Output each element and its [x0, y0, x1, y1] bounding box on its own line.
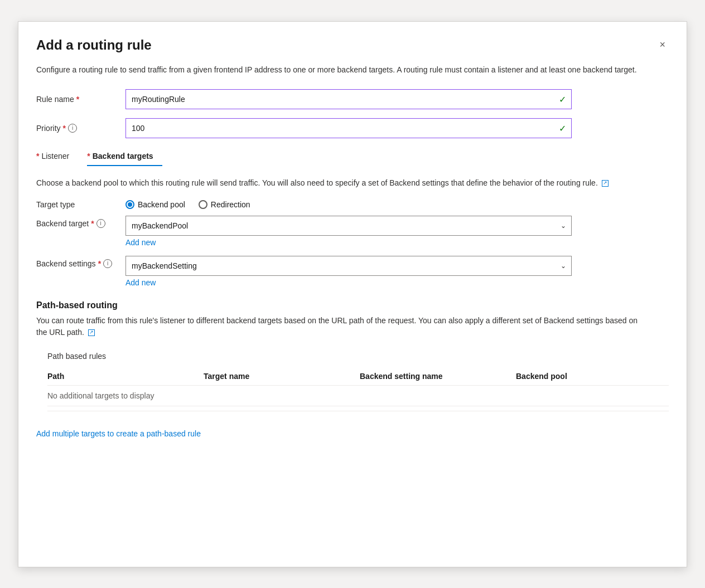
add-new-backend-settings-link[interactable]: Add new [125, 278, 572, 287]
add-routing-rule-dialog: Add a routing rule × Configure a routing… [18, 21, 687, 567]
backend-target-label: Backend target * i [36, 216, 125, 228]
priority-info-icon[interactable]: i [68, 124, 77, 133]
path-based-routing-description: You can route traffic from this rule's l… [36, 315, 650, 338]
backend-target-info-icon[interactable]: i [96, 219, 105, 228]
backend-target-select-wrapper: myBackendPool ⌄ [125, 216, 572, 236]
backend-settings-label: Backend settings * i [36, 256, 125, 268]
tab-backend-targets[interactable]: * Backend targets [87, 147, 162, 166]
backend-target-required: * [91, 219, 94, 228]
external-link-icon[interactable] [602, 180, 609, 187]
radio-redirection-label: Redirection [211, 200, 250, 209]
backend-settings-row: Backend settings * i myBackendSetting ⌄ … [36, 256, 669, 291]
intro-description: Configure a routing rule to send traffic… [36, 64, 650, 76]
target-type-radio-group: Backend pool Redirection [125, 200, 250, 209]
radio-backend-pool-label: Backend pool [138, 200, 185, 209]
tabs-row: * Listener * Backend targets [36, 147, 669, 166]
backend-target-row: Backend target * i myBackendPool ⌄ Add n… [36, 216, 669, 251]
tab-listener[interactable]: * Listener [36, 147, 78, 166]
path-based-routing-title: Path-based routing [36, 300, 669, 310]
add-new-backend-target-link[interactable]: Add new [125, 238, 572, 247]
backend-settings-select-wrapper: myBackendSetting ⌄ [125, 256, 572, 276]
tabs-section: * Listener * Backend targets [36, 147, 669, 166]
backend-settings-controls: myBackendSetting ⌄ Add new [125, 256, 572, 291]
priority-label: Priority * i [36, 124, 125, 133]
rule-name-input[interactable] [125, 89, 572, 109]
backend-settings-select[interactable]: myBackendSetting [125, 256, 572, 276]
path-based-external-link-icon[interactable] [88, 329, 95, 336]
path-based-routing-section: Path-based routing You can route traffic… [36, 300, 669, 411]
dialog-header: Add a routing rule × [36, 37, 669, 53]
priority-row: Priority * i ✓ [36, 118, 669, 138]
backend-target-controls: myBackendPool ⌄ Add new [125, 216, 572, 251]
col-header-backend-pool: Backend pool [516, 372, 627, 381]
close-button[interactable]: × [656, 37, 669, 52]
radio-redirection-circle [199, 200, 207, 209]
target-type-label: Target type [36, 200, 125, 209]
table-bottom-divider [47, 411, 669, 411]
dialog-title: Add a routing rule [36, 37, 152, 53]
rule-name-input-wrapper: ✓ [125, 89, 572, 109]
backend-targets-description: Choose a backend pool to which this rout… [36, 177, 650, 189]
priority-input[interactable] [125, 118, 572, 138]
radio-backend-pool[interactable]: Backend pool [125, 200, 185, 209]
add-multiple-targets-link[interactable]: Add multiple targets to create a path-ba… [36, 429, 201, 438]
path-based-rules-title: Path based rules [47, 352, 669, 361]
priority-input-wrapper: ✓ [125, 118, 572, 138]
radio-redirection[interactable]: Redirection [199, 200, 250, 209]
rule-name-label: Rule name * [36, 95, 125, 104]
path-based-rules-section: Path based rules Path Target name Backen… [36, 352, 669, 411]
backend-target-select[interactable]: myBackendPool [125, 216, 572, 236]
col-header-target-name: Target name [204, 372, 360, 381]
rule-name-required: * [76, 95, 79, 104]
no-data-row: No additional targets to display [47, 386, 669, 406]
col-header-backend-setting-name: Backend setting name [360, 372, 516, 381]
rule-name-row: Rule name * ✓ [36, 89, 669, 109]
path-based-rules-table: Path Target name Backend setting name Ba… [47, 367, 669, 406]
table-header: Path Target name Backend setting name Ba… [47, 367, 669, 386]
backend-settings-required: * [98, 259, 101, 268]
rule-name-check-icon: ✓ [559, 94, 566, 104]
priority-check-icon: ✓ [559, 123, 566, 133]
radio-backend-pool-circle [125, 200, 134, 209]
backend-settings-info-icon[interactable]: i [103, 259, 112, 268]
target-type-row: Target type Backend pool Redirection [36, 200, 669, 209]
priority-required: * [63, 124, 66, 133]
col-header-path: Path [47, 372, 204, 381]
